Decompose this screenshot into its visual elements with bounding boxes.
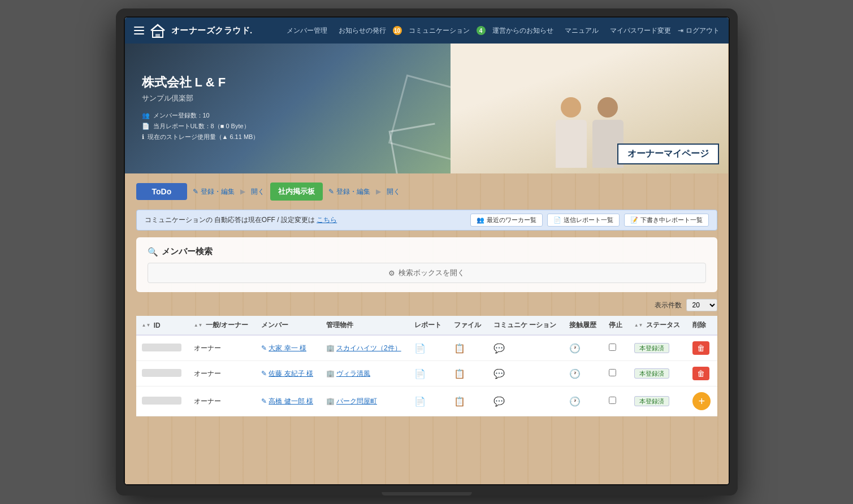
nav-password[interactable]: マイパスワード変更 [605, 24, 676, 38]
cell-status-1: 本登録済 [629, 335, 687, 361]
cell-type-3: オーナー [188, 386, 256, 416]
comm-icon-2[interactable]: 💬 [493, 368, 505, 379]
bulletin-open[interactable]: 開く [387, 187, 400, 197]
file-copy-icon-1[interactable]: 📋 [454, 343, 465, 354]
todo-register-edit[interactable]: ✎ 登録・編集 [193, 187, 235, 197]
th-type: ▲▼ 一般/オーナー [188, 316, 256, 335]
nav-links: メンバー管理 お知らせの発行 10 コミュニケーション 4 運営からのお知らせ … [282, 24, 720, 38]
comm-bar-text-area: コミュニケーションの 自動応答は現在OFF / 設定変更は こちら [145, 215, 337, 225]
cell-type-1: オーナー [188, 335, 256, 361]
main-content: 株式会社 L & F サンプル倶楽部 👥 メンバー登録数：10 📄 当月レポート… [125, 44, 729, 484]
cell-id-1 [136, 335, 188, 361]
sort-type-icon[interactable]: ▲▼ [194, 323, 203, 328]
member-link-1[interactable]: 大家 幸一 様 [269, 344, 306, 352]
suspend-check-2[interactable] [609, 369, 616, 376]
cell-comm-3[interactable]: 💬 [488, 386, 564, 416]
cell-member-3: ✎ 高橋 健一郎 様 [256, 386, 321, 416]
cell-comm-1[interactable]: 💬 [488, 335, 564, 361]
search-open-button[interactable]: ⚙ 検索ボックスを開く [148, 263, 706, 283]
bulletin-button[interactable]: 社内掲示板 [270, 183, 323, 201]
cell-file-1[interactable]: 📋 [448, 335, 488, 361]
cell-history-2[interactable]: 🕐 [564, 361, 603, 386]
file-copy-icon-2[interactable]: 📋 [454, 368, 465, 379]
delete-btn-1[interactable]: 🗑 [692, 341, 709, 355]
edit-icon-4: ✎ [261, 370, 267, 377]
hero-left: 株式会社 L & F サンプル倶楽部 👥 メンバー登録数：10 📄 当月レポート… [125, 44, 451, 173]
cell-file-3[interactable]: 📋 [448, 386, 488, 416]
display-count-label: 表示件数 [655, 301, 682, 310]
cell-property-1: 🏢 スカイハイツ（2件） [321, 335, 409, 361]
nav-manual[interactable]: マニュアル [560, 24, 603, 38]
comm-icon-3[interactable]: 💬 [493, 396, 505, 407]
th-history: 接触履歴 [564, 316, 603, 335]
history-icon-2[interactable]: 🕐 [569, 368, 581, 379]
cell-history-3[interactable]: 🕐 [564, 386, 603, 416]
nav-member[interactable]: メンバー管理 [282, 24, 332, 38]
suspend-check-1[interactable] [609, 344, 616, 351]
nav-ops-item[interactable]: 4 運営からのお知らせ [477, 24, 558, 38]
cell-delete-2[interactable]: 🗑 [687, 361, 717, 386]
table-row: オーナー ✎ 大家 幸一 様 🏢 スカイハイツ（2件） 📄 📋 [136, 335, 717, 361]
property-link-3[interactable]: パーク問屋町 [336, 397, 377, 405]
comm-bar-text: コミュニケーションの 自動応答は現在OFF / 設定変更は [145, 216, 315, 224]
sep-1: ▶ [240, 188, 245, 195]
edit-icon-3: ✎ [261, 344, 267, 352]
report-file-icon-2[interactable]: 📄 [414, 368, 426, 379]
draft-list-button[interactable]: 📝 下書き中レポート一覧 [624, 214, 709, 227]
sort-id-icon[interactable]: ▲▼ [142, 323, 151, 328]
display-count-select[interactable]: 20 50 100 [686, 299, 717, 311]
delete-btn-2[interactable]: 🗑 [692, 367, 709, 380]
cell-status-2: 本登録済 [629, 361, 687, 386]
cell-suspend-2[interactable] [603, 361, 629, 386]
comm-bar-link[interactable]: こちら [317, 216, 337, 224]
property-link-1[interactable]: スカイハイツ（2件） [336, 344, 401, 352]
nav-comm-item[interactable]: 10 コミュニケーション [393, 24, 474, 38]
nav-logout[interactable]: ⇥ ログアウト [678, 26, 720, 36]
file-copy-icon-3[interactable]: 📋 [454, 396, 465, 407]
cell-report-3[interactable]: 📄 [409, 386, 448, 416]
nav-news[interactable]: お知らせの発行 [334, 24, 391, 38]
member-link-3[interactable]: 高橋 健一郎 様 [269, 397, 313, 405]
property-link-2[interactable]: ヴィラ清風 [336, 370, 370, 377]
bulletin-register-edit[interactable]: ✎ 登録・編集 [328, 187, 370, 197]
member-count-row: 👥 メンバー登録数：10 [142, 111, 434, 120]
worker-list-button[interactable]: 👥 最近のワーカー覧 [470, 214, 543, 227]
report-icon-2: 📄 [553, 216, 561, 224]
cell-comm-2[interactable]: 💬 [488, 361, 564, 386]
cell-type-2: オーナー [188, 361, 256, 386]
report-file-icon-3[interactable]: 📄 [414, 396, 426, 407]
cell-report-1[interactable]: 📄 [409, 335, 448, 361]
worker-icon: 👥 [477, 216, 484, 224]
suspend-check-3[interactable] [609, 397, 616, 404]
comm-icon-1[interactable]: 💬 [493, 343, 505, 354]
todo-button[interactable]: ToDo [136, 183, 188, 200]
cell-suspend-1[interactable] [603, 335, 629, 361]
report-list-button[interactable]: 📄 送信レポート一覧 [547, 214, 620, 227]
member-link-2[interactable]: 佐藤 友紀子 様 [269, 370, 313, 377]
storage-icon: ℹ [142, 133, 144, 141]
cell-file-2[interactable]: 📋 [448, 361, 488, 386]
report-file-icon-1[interactable]: 📄 [414, 343, 426, 354]
sort-status-icon[interactable]: ▲▼ [634, 323, 643, 328]
bulletin-register-label: 登録・編集 [336, 187, 370, 197]
members-table: ▲▼ ID ▲▼ 一般/オーナー メンバー 管理物件 レポート ファイル [136, 316, 717, 416]
cell-delete-1[interactable]: 🗑 [687, 335, 717, 361]
edit-icon-5: ✎ [261, 397, 267, 405]
cell-history-1[interactable]: 🕐 [564, 335, 603, 361]
cell-suspend-3[interactable] [603, 386, 629, 416]
comm-badge: 10 [393, 26, 402, 35]
cell-property-3: 🏢 パーク問屋町 [321, 386, 409, 416]
hamburger-icon[interactable] [134, 27, 144, 34]
table-header: ▲▼ ID ▲▼ 一般/オーナー メンバー 管理物件 レポート ファイル [136, 316, 717, 335]
history-icon-3[interactable]: 🕐 [569, 396, 581, 407]
cell-member-1: ✎ 大家 幸一 様 [256, 335, 321, 361]
th-member: メンバー [256, 316, 321, 335]
todo-open[interactable]: 開く [251, 187, 265, 197]
cell-report-2[interactable]: 📄 [409, 361, 448, 386]
status-badge-1: 本登録済 [634, 343, 669, 353]
history-icon-1[interactable]: 🕐 [569, 343, 581, 354]
cell-delete-3[interactable]: + [687, 386, 717, 416]
owner-mypage-button[interactable]: オーナーマイページ [617, 144, 719, 164]
gear-icon: ⚙ [388, 269, 395, 277]
add-button[interactable]: + [692, 392, 711, 410]
